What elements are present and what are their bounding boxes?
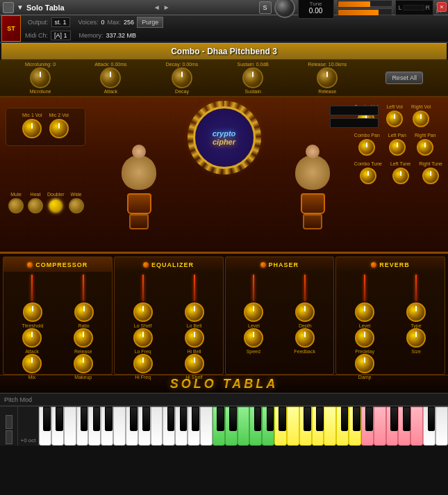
- ratio-knob[interactable]: [74, 302, 94, 322]
- black-key[interactable]: [93, 407, 101, 431]
- black-key[interactable]: [217, 407, 224, 431]
- phaser-speed-knob[interactable]: [244, 328, 263, 348]
- black-key[interactable]: [267, 407, 274, 431]
- reverb-size-knob[interactable]: [406, 328, 426, 348]
- s-button[interactable]: S: [259, 1, 272, 14]
- right-pan-knob[interactable]: [417, 139, 433, 156]
- black-key[interactable]: [192, 407, 199, 431]
- black-key[interactable]: [105, 407, 113, 431]
- mute-button[interactable]: [8, 198, 24, 213]
- microtune-knob[interactable]: [30, 67, 51, 88]
- threshold-knob[interactable]: [23, 302, 42, 322]
- right-tune-knob[interactable]: [422, 168, 439, 184]
- reverb-level-knob[interactable]: [355, 302, 374, 322]
- left-vol-knob[interactable]: [386, 111, 403, 127]
- nav-next[interactable]: ►: [163, 3, 170, 11]
- attack-knob[interactable]: [100, 67, 121, 88]
- white-key-green[interactable]: [238, 407, 250, 446]
- hi-freq-knob[interactable]: [133, 354, 153, 373]
- tab-phaser[interactable]: PHASER: [225, 257, 335, 272]
- black-key[interactable]: [142, 407, 150, 431]
- vol-slider-1[interactable]: [337, 0, 392, 7]
- pitch-mod-slider-1[interactable]: [6, 415, 13, 429]
- black-key[interactable]: [43, 407, 51, 431]
- decay-knob[interactable]: [172, 67, 192, 88]
- hi-shelf-knob[interactable]: [185, 354, 204, 373]
- white-key[interactable]: [200, 407, 213, 446]
- output-select[interactable]: st. 1: [51, 17, 70, 27]
- white-key-pink[interactable]: [410, 407, 423, 446]
- right-vol-label: Right Vol: [411, 104, 431, 109]
- wide-button[interactable]: [69, 198, 84, 213]
- black-key[interactable]: [341, 407, 349, 431]
- left-pan-knob[interactable]: [389, 139, 406, 156]
- heat-button[interactable]: [28, 198, 43, 213]
- black-key[interactable]: [304, 407, 311, 431]
- memory-label: Memory:: [79, 32, 103, 39]
- black-key[interactable]: [365, 407, 373, 431]
- white-key[interactable]: [64, 407, 76, 446]
- black-key[interactable]: [167, 407, 175, 431]
- vol-slider-2[interactable]: [337, 8, 392, 15]
- black-key[interactable]: [279, 407, 286, 431]
- white-key-yellow[interactable]: [324, 407, 336, 446]
- reset-all-button[interactable]: Reset All: [385, 72, 423, 84]
- right-vol-knob[interactable]: [413, 111, 429, 127]
- black-key[interactable]: [180, 407, 188, 431]
- tab-equalizer[interactable]: EQUALIZER: [114, 257, 224, 272]
- hi-bell-knob[interactable]: [185, 328, 204, 348]
- white-key-yellow[interactable]: [287, 407, 299, 446]
- release-knob[interactable]: [317, 67, 338, 88]
- mic2-knob[interactable]: [49, 119, 69, 138]
- midi-select[interactable]: [A] 1: [51, 31, 71, 40]
- comp-makeup-knob[interactable]: [74, 354, 93, 373]
- phaser-depth-knob[interactable]: [295, 302, 315, 322]
- tab-reverb[interactable]: REVERB: [335, 257, 445, 272]
- comp-attack-knob[interactable]: [22, 328, 42, 348]
- reverb-damp-knob[interactable]: [355, 354, 374, 373]
- tab-compressor-label: COMPRESSOR: [35, 261, 88, 268]
- left-tune-knob[interactable]: [392, 168, 409, 184]
- white-key[interactable]: [151, 407, 163, 446]
- black-key[interactable]: [403, 407, 410, 431]
- black-key[interactable]: [353, 407, 360, 431]
- white-key[interactable]: [435, 407, 448, 446]
- black-key[interactable]: [390, 407, 398, 431]
- lo-shelf-label: Lo Shelf: [134, 323, 152, 328]
- black-key[interactable]: [56, 407, 63, 431]
- max-value: 256: [124, 19, 134, 26]
- menu-icon[interactable]: [3, 2, 14, 13]
- mic1-knob[interactable]: [22, 119, 42, 138]
- phaser-level-knob[interactable]: [244, 302, 263, 322]
- comp-release-knob[interactable]: [74, 328, 93, 348]
- black-key[interactable]: [229, 407, 237, 431]
- combo-tune-knob[interactable]: [360, 168, 376, 184]
- black-key[interactable]: [316, 407, 324, 431]
- reverb-predelay-knob[interactable]: [355, 328, 374, 348]
- reverb-led: [371, 262, 376, 268]
- phaser-feedback-knob[interactable]: [295, 328, 315, 348]
- sustain-knob[interactable]: [242, 67, 263, 88]
- combo-pan-knob[interactable]: [358, 139, 375, 156]
- white-key[interactable]: [113, 407, 126, 446]
- keys-container: [39, 407, 448, 446]
- black-key[interactable]: [254, 407, 262, 431]
- voices-value: 0: [101, 19, 105, 26]
- doubler-button[interactable]: [48, 198, 63, 213]
- lo-freq-knob[interactable]: [133, 328, 153, 348]
- octave-button[interactable]: +0 oct: [18, 407, 39, 446]
- reverb-type-knob[interactable]: [406, 302, 426, 322]
- black-key[interactable]: [81, 407, 88, 431]
- close-button[interactable]: ×: [437, 2, 447, 12]
- pitch-mod-slider-2[interactable]: [6, 430, 13, 444]
- tune-knob[interactable]: [274, 0, 295, 18]
- comp-mix-knob[interactable]: [22, 354, 42, 373]
- black-key[interactable]: [130, 407, 138, 431]
- lo-bell-knob[interactable]: [185, 302, 204, 322]
- black-key[interactable]: [428, 407, 435, 431]
- white-key-pink[interactable]: [374, 407, 386, 446]
- tab-compressor[interactable]: COMPRESSOR: [3, 257, 113, 272]
- purge-button[interactable]: Purge: [137, 17, 163, 28]
- nav-prev[interactable]: ◄: [154, 3, 160, 11]
- lo-shelf-knob[interactable]: [133, 302, 153, 322]
